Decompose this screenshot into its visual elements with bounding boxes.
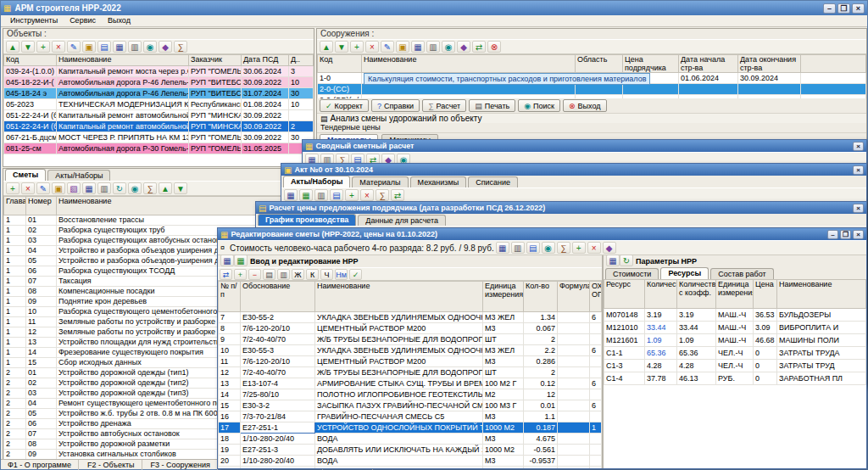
tab-Ф1 - О программе[interactable]: Ф1 - О программе: [1, 460, 79, 470]
correct-button[interactable]: ✓Коррект: [320, 99, 369, 112]
table-row[interactable]: 87/6-120-20/10ЦЕМЕНТНЫЙ РАСТВОР М200М30.…: [219, 323, 602, 334]
move-down-icon[interactable]: ▼: [335, 41, 348, 53]
export-icon[interactable]: ⇄: [472, 41, 486, 53]
column-header[interactable]: Наименование: [362, 55, 576, 73]
column-header[interactable]: Обоснование: [241, 282, 315, 312]
tab-Материалы[interactable]: Материалы: [352, 176, 408, 187]
list-icon[interactable]: ▤: [97, 41, 111, 53]
tab-Стоимости[interactable]: Стоимости: [605, 268, 659, 279]
table-row[interactable]: 10Е30-55-3УКЛАДКА ЗВЕНЬЕВ УДЛИНЯЕМЫХ ОДН…: [219, 345, 602, 356]
table-row[interactable]: 081-25-смАвтомобильная дорога Р-30 Гомел…: [4, 143, 314, 154]
column-header[interactable]: Д..: [289, 55, 314, 66]
search-icon[interactable]: ◉: [128, 182, 142, 194]
table-row[interactable]: 15Е30-3-2ЗАСЫПКА ПАЗУХ ГРАВИЙНО-ПЕСЧАНОЙ…: [219, 400, 602, 411]
save-icon[interactable]: ▦: [411, 41, 425, 53]
search-button[interactable]: ◉Поиск: [518, 99, 560, 112]
delete-icon[interactable]: ×: [360, 189, 374, 201]
delete-icon[interactable]: ×: [21, 182, 35, 194]
insert-row-icon[interactable]: +: [234, 269, 247, 280]
estimate-items-table[interactable]: № п/пОбоснованиеНаименованиеЕдиница изме…: [218, 281, 602, 468]
column-header[interactable]: Ресурс: [604, 280, 645, 309]
column-header[interactable]: Код: [4, 55, 57, 66]
calculate-button[interactable]: ∑Расчет: [422, 99, 466, 112]
minimize-button[interactable]: –: [827, 230, 838, 239]
column-header[interactable]: Дата ПСД: [242, 55, 289, 66]
column-header[interactable]: Наименование: [777, 280, 866, 309]
save-icon[interactable]: ▦: [220, 255, 234, 266]
calc-icon[interactable]: ∑: [557, 242, 570, 254]
refresh-icon[interactable]: ↻: [620, 255, 633, 266]
tab-Акты/Наборы[interactable]: Акты/Наборы: [47, 170, 110, 181]
edit-icon[interactable]: ✎: [381, 41, 394, 53]
table-row[interactable]: 2-0-(СС): [318, 84, 866, 95]
tab-F2 - Объекты[interactable]: F2 - Объекты: [81, 460, 142, 470]
close-button[interactable]: ×: [853, 204, 864, 213]
tab-Инструменты[interactable]: Инструменты: [4, 15, 64, 26]
table-row[interactable]: С1-34.284.28ЧЕЛ.-Ч0ЗАТРАТЫ ТРУД: [604, 360, 866, 372]
bold-icon[interactable]: Ж: [292, 269, 304, 280]
table-row[interactable]: 201/10-280-20/40ВОДАМ3-0.9537: [219, 456, 602, 467]
column-header[interactable]: Количество: [645, 280, 677, 309]
refresh-icon[interactable]: ↻: [113, 182, 126, 194]
search-icon[interactable]: ◉: [143, 41, 157, 53]
exit-button[interactable]: ⊗Выход: [563, 99, 606, 112]
tab-График производства[interactable]: График производства: [258, 214, 356, 226]
column-header[interactable]: Дата начала стр-ва: [679, 55, 738, 73]
close-button[interactable]: ×: [853, 142, 864, 151]
table-row[interactable]: 7Е30-55-2УКЛАДКА ЗВЕНЬЕВ УДЛИНЯЕМЫХ ОДНО…: [219, 312, 602, 323]
column-header[interactable]: Кол-во: [524, 282, 558, 312]
column-header[interactable]: Заказчик: [189, 55, 242, 66]
table-row[interactable]: 2-0-(ЭВ)(ж/д): [318, 95, 866, 99]
tab-Списание[interactable]: Списание: [468, 176, 518, 187]
tab-Механизмы[interactable]: Механизмы: [410, 176, 467, 187]
save-icon[interactable]: ▦: [82, 182, 96, 194]
move-up-icon[interactable]: ▲: [6, 41, 19, 53]
tab-Данные для расчета[interactable]: Данные для расчета: [358, 215, 446, 226]
tab-Выход[interactable]: Выход: [102, 15, 136, 26]
table-row[interactable]: 167/3-70-21/84ГРАВИЙНО-ПЕСЧАНАЯ СМЕСЬ С5…: [219, 411, 602, 422]
copy-icon[interactable]: ▣: [52, 182, 65, 194]
column-header[interactable]: Цена: [754, 280, 777, 309]
print-button[interactable]: ▤Печать: [469, 99, 515, 112]
column-header[interactable]: Дата окончания стр-ва: [738, 55, 801, 73]
edit-icon[interactable]: ✎: [67, 41, 81, 53]
column-header[interactable]: Формула: [558, 282, 590, 312]
save-icon[interactable]: ▦: [284, 189, 298, 201]
summary-window-title-bar[interactable]: ▦ Сводный сметный расчет ×: [303, 140, 866, 152]
maximize-button[interactable]: ❐: [837, 3, 850, 14]
table-row[interactable]: 039-24-(1.0.0)Капитальный ремонт моста ч…: [4, 66, 314, 77]
close-button[interactable]: ×: [852, 3, 865, 14]
table-row[interactable]: 181/10-280-20/40ВОДАМ34.675: [219, 434, 602, 445]
column-header[interactable]: Количество с коэфф.: [677, 280, 716, 309]
price-window-title-bar[interactable]: ▤ Расчет цены предложения подрядчика (да…: [256, 202, 866, 214]
add-icon[interactable]: +: [36, 41, 50, 53]
edit-window-title-bar[interactable]: ▦ Редактирование сметы (НРР-2022, цены н…: [218, 228, 866, 240]
column-header[interactable]: № п/п: [219, 282, 241, 312]
print-icon[interactable]: ▥: [97, 182, 111, 194]
table-row[interactable]: 045-18-22-И-(Автомобильная дорога Р-46 Л…: [4, 77, 314, 88]
add-icon[interactable]: +: [6, 182, 19, 194]
close-button[interactable]: ×: [853, 230, 864, 239]
column-header[interactable]: Наименование: [315, 282, 483, 312]
table-row[interactable]: М1216011.091.09МАШ.-Ч46.68МАШИНЫ ПОЛИ: [604, 334, 866, 347]
print-icon[interactable]: ▥: [314, 189, 328, 201]
table-row[interactable]: М12101033.4433.44МАШ.-Ч3.09ВИБРОПЛИТА И: [604, 322, 866, 334]
move-up-icon[interactable]: ▲: [159, 182, 172, 194]
calc-icon[interactable]: ∑: [174, 41, 187, 53]
edit-icon[interactable]: ✎: [36, 182, 50, 194]
column-header[interactable]: Область: [576, 55, 623, 73]
column-header[interactable]: ОХР ОПР: [590, 282, 602, 312]
column-header[interactable]: [801, 55, 866, 73]
settings-icon[interactable]: ◆: [457, 41, 470, 53]
save-icon[interactable]: ▦: [113, 41, 126, 53]
italic-icon[interactable]: К: [306, 269, 319, 280]
move-down-icon[interactable]: ▼: [174, 182, 187, 194]
column-header[interactable]: Глава: [4, 197, 26, 215]
column-header[interactable]: Цена подрядчика: [623, 55, 679, 73]
print-icon[interactable]: ▥: [511, 242, 525, 254]
table-row[interactable]: 05-2023ТЕХНИЧЕСКАЯ МОДЕРНИЗАЦИЯ КОТЕЛЬНО…: [4, 99, 314, 110]
column-header[interactable]: Единица измерения: [483, 282, 524, 312]
table-row[interactable]: 067-21-Б.дцсмМОСТ ЧЕРЕЗ Р. ПРИПЯТЬ НА КМ…: [4, 132, 314, 143]
paste-icon[interactable]: ▧: [67, 182, 81, 194]
table-row[interactable]: 051-22-24-И (бКапитальный ремонт автомоб…: [4, 121, 314, 132]
